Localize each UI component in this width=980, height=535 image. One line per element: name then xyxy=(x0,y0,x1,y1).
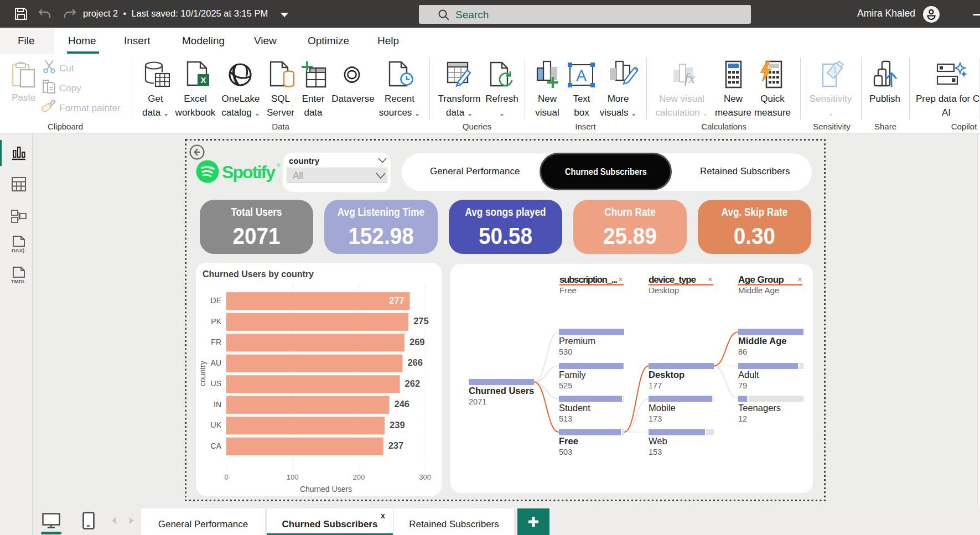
svg-text:Middle Age: Middle Age xyxy=(738,285,779,295)
svg-text:IN: IN xyxy=(214,400,221,409)
svg-text:UK: UK xyxy=(211,420,222,429)
svg-text:2071: 2071 xyxy=(469,397,486,406)
svg-text:269: 269 xyxy=(409,337,425,347)
svg-text:DAX): DAX) xyxy=(12,247,24,253)
svg-text:79: 79 xyxy=(738,381,747,390)
svg-text:Spotify: Spotify xyxy=(222,162,276,182)
svg-text:US: US xyxy=(211,379,221,388)
svg-text:277: 277 xyxy=(389,295,405,305)
svg-text:Free: Free xyxy=(559,436,578,446)
svg-text:266: 266 xyxy=(407,357,423,367)
svg-text:Web: Web xyxy=(649,436,667,446)
svg-text:X: X xyxy=(200,75,206,85)
svg-text:100: 100 xyxy=(287,473,299,481)
svg-text:Mobile: Mobile xyxy=(649,403,676,413)
svg-text:300: 300 xyxy=(419,473,431,481)
svg-text:Desktop: Desktop xyxy=(649,285,679,295)
svg-text:Family: Family xyxy=(559,370,586,380)
svg-text:200: 200 xyxy=(353,473,365,481)
svg-text:FR: FR xyxy=(211,337,221,346)
svg-text:Student: Student xyxy=(559,403,590,413)
svg-text:Churned Users: Churned Users xyxy=(300,485,352,494)
svg-text:fx: fx xyxy=(685,70,695,86)
svg-text:®: ® xyxy=(277,163,281,168)
svg-text:CA: CA xyxy=(211,441,222,450)
svg-text:Free: Free xyxy=(559,285,577,295)
svg-text:525: 525 xyxy=(559,381,572,390)
svg-text:Adult: Adult xyxy=(738,370,759,380)
svg-text:subscription_...: subscription_... xyxy=(559,274,618,285)
svg-text:153: 153 xyxy=(649,448,662,456)
svg-text:237: 237 xyxy=(388,440,404,450)
svg-text:A: A xyxy=(576,67,587,84)
svg-text:275: 275 xyxy=(413,316,429,326)
svg-text:Age Group: Age Group xyxy=(738,274,784,285)
svg-text:country: country xyxy=(198,361,207,386)
svg-text:86: 86 xyxy=(738,347,747,356)
svg-text:177: 177 xyxy=(649,381,662,390)
svg-text:×: × xyxy=(797,274,802,284)
svg-text:TMDL: TMDL xyxy=(11,278,26,284)
svg-text:Middle Age: Middle Age xyxy=(738,336,786,346)
svg-text:Premium: Premium xyxy=(559,336,595,346)
svg-text:239: 239 xyxy=(390,420,405,430)
svg-text:246: 246 xyxy=(394,399,409,409)
svg-text:262: 262 xyxy=(405,378,421,388)
svg-text:Churned Users: Churned Users xyxy=(469,386,534,396)
svg-text:12: 12 xyxy=(738,414,747,423)
svg-text:AU: AU xyxy=(211,359,221,367)
svg-text:×: × xyxy=(618,274,623,284)
svg-text:PK: PK xyxy=(211,317,221,326)
svg-text:503: 503 xyxy=(559,448,572,456)
svg-text:0: 0 xyxy=(224,473,228,481)
svg-text:×: × xyxy=(708,274,713,284)
svg-text:513: 513 xyxy=(559,414,572,423)
svg-text:173: 173 xyxy=(649,414,662,423)
svg-text:530: 530 xyxy=(559,347,572,356)
svg-text:Desktop: Desktop xyxy=(649,370,685,380)
svg-text:Teenagers: Teenagers xyxy=(738,403,781,413)
svg-text:device_type: device_type xyxy=(649,274,696,285)
svg-text:DE: DE xyxy=(211,296,221,305)
